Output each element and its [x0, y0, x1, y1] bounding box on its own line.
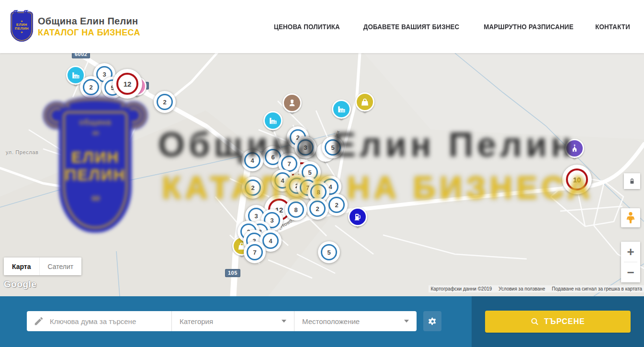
worker-icon	[282, 93, 302, 112]
cluster-marker[interactable]: 7	[244, 241, 266, 263]
shopping-bag-icon	[355, 92, 374, 112]
keyword-field[interactable]	[27, 311, 171, 331]
pencil-icon	[34, 316, 44, 326]
main-nav: ЦЕНОВА ПОЛИТИКА ДОБАВЕТЕ ВАШИЯТ БИЗНЕС М…	[271, 23, 632, 31]
lock-icon	[629, 178, 635, 185]
map-type-map-button[interactable]: Карта	[4, 257, 39, 275]
nav-item-add-business[interactable]: ДОБАВЕТЕ ВАШИЯТ БИЗНЕС	[363, 23, 460, 31]
lock-button[interactable]	[624, 173, 640, 189]
cluster-marker[interactable]: 5	[322, 136, 344, 158]
factory-pin-marker[interactable]	[330, 98, 352, 120]
zoom-control: + −	[621, 242, 640, 282]
cluster-marker[interactable]: 8	[285, 199, 307, 221]
cluster-marker[interactable]: 2	[306, 198, 328, 220]
factory-icon	[263, 111, 282, 130]
municipality-logo: ✦ ЕЛИН ПЕЛИН ✦	[11, 11, 33, 42]
logo-name-line2: ПЕЛИН	[15, 27, 29, 31]
cluster-marker[interactable]: 2	[154, 91, 176, 113]
pegman-icon	[625, 212, 636, 224]
cluster-marker[interactable]: 3	[294, 136, 316, 158]
search-bar: Категория Местоположение ТЪРСЕНЕ	[0, 296, 644, 347]
chevron-down-icon	[282, 320, 286, 323]
search-input[interactable]	[50, 317, 160, 325]
location-select[interactable]: Местоположение	[294, 311, 417, 331]
map-attribution: Картографски данни ©2019 Условия за полз…	[429, 285, 644, 292]
zoom-in-button[interactable]: +	[621, 242, 640, 262]
advanced-settings-button[interactable]	[423, 311, 441, 331]
shop-pin-marker[interactable]	[354, 91, 376, 113]
search-button[interactable]: ТЪРСЕНЕ	[485, 311, 631, 333]
gear-icon	[428, 317, 437, 326]
factory-icon	[332, 100, 351, 119]
construction-pin-marker[interactable]	[281, 92, 303, 114]
chevron-down-icon	[404, 320, 409, 323]
church-pin-marker[interactable]	[564, 137, 586, 159]
cluster-marker[interactable]: 2	[80, 76, 102, 98]
google-logo[interactable]: Google	[4, 279, 36, 290]
search-button-label: ТЪРСЕНЕ	[544, 317, 585, 326]
fuel-pump-icon	[348, 207, 367, 226]
page: ✦ ЕЛИН ПЕЛИН ✦ Община Елин Пелин КАТАЛОГ…	[0, 0, 644, 347]
search-icon	[531, 317, 539, 326]
zoom-out-button[interactable]: −	[621, 262, 640, 282]
gas-station-pin-marker[interactable]	[347, 206, 369, 228]
header: ✦ ЕЛИН ПЕЛИН ✦ Община Елин Пелин КАТАЛОГ…	[0, 0, 644, 53]
pegman-button[interactable]	[621, 208, 640, 227]
plus-icon: +	[627, 245, 634, 259]
cluster-marker[interactable]: 10	[562, 165, 592, 194]
map-type-satellite-button[interactable]: Сателит	[39, 257, 82, 275]
category-select[interactable]: Категория	[171, 311, 294, 331]
road-badge-105: 105	[225, 269, 240, 277]
factory-pin-marker[interactable]	[262, 110, 284, 132]
search-bar-left: Категория Местоположение	[0, 296, 472, 347]
map-type-control: Карта Сателит	[4, 257, 81, 275]
attribution-report-link[interactable]: Подаване на сигнал за грешка в картата	[552, 286, 642, 291]
cluster-marker[interactable]: 4	[241, 149, 263, 171]
search-group: Категория Местоположение	[27, 311, 417, 331]
attribution-data: Картографски данни ©2019	[430, 286, 492, 291]
cluster-marker[interactable]: 5	[318, 241, 340, 263]
site-brand[interactable]: ✦ ЕЛИН ПЕЛИН ✦ Община Елин Пелин КАТАЛОГ…	[11, 11, 140, 42]
map-canvas[interactable]: 6002 105 ул. Преслав бул. „Новоселци“ ци…	[0, 53, 644, 296]
street-label-preslav: ул. Преслав	[6, 149, 38, 155]
site-subtitle: КАТАЛОГ НА БИЗНЕСА	[38, 28, 140, 38]
nav-item-contacts[interactable]: КОНТАКТИ	[595, 23, 630, 31]
attribution-terms-link[interactable]: Условия за ползване	[498, 286, 545, 291]
site-title: Община Елин Пелин	[38, 16, 140, 27]
category-value: Категория	[180, 317, 213, 325]
logo-ornament: ✦	[21, 31, 23, 34]
minus-icon: −	[627, 265, 634, 280]
cluster-marker[interactable]: 12	[113, 69, 142, 99]
nav-item-schedule[interactable]: МАРШРУТНО РАЗПИСАНИЕ	[484, 23, 574, 31]
road-badge-6002: 6002	[72, 53, 90, 58]
cluster-marker[interactable]: 2	[242, 177, 264, 199]
cluster-marker[interactable]: 2	[326, 194, 348, 216]
church-icon	[565, 139, 584, 158]
location-value: Местоположение	[302, 317, 360, 325]
nav-item-pricing[interactable]: ЦЕНОВА ПОЛИТИКА	[274, 23, 340, 31]
search-bar-right: ТЪРСЕНЕ	[472, 296, 644, 347]
brand-text: Община Елин Пелин КАТАЛОГ НА БИЗНЕСА	[38, 16, 140, 38]
